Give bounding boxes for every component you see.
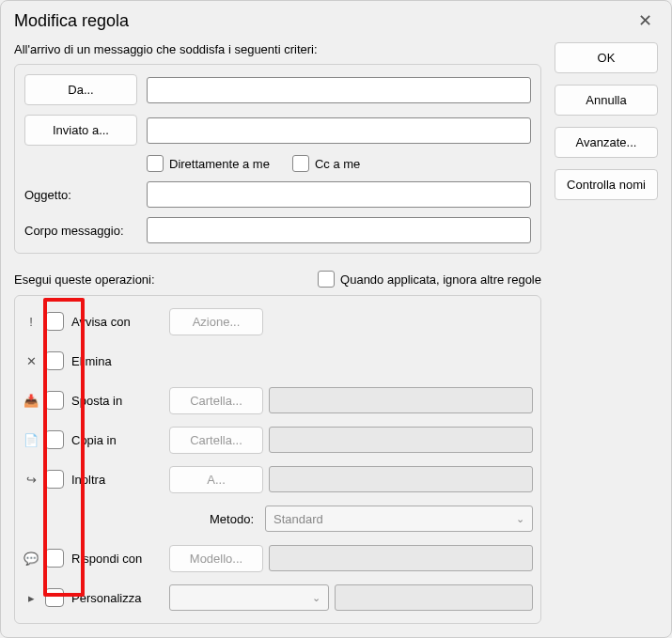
custom-field <box>335 584 533 611</box>
direct-to-me-label: Direttamente a me <box>169 157 270 171</box>
move-icon: 📥 <box>23 394 39 408</box>
move-folder-button[interactable]: Cartella... <box>169 387 263 414</box>
subject-label: Oggetto: <box>24 188 137 202</box>
ignore-other-rules-checkbox[interactable] <box>318 271 335 288</box>
ok-button[interactable]: OK <box>555 42 658 73</box>
move-checkbox[interactable] <box>45 391 64 410</box>
dialog-sidebar: OK Annulla Avanzate... Controlla nomi <box>555 37 658 624</box>
criteria-group: Da... Inviato a... Direttamente a me Cc … <box>14 64 541 254</box>
dialog-title: Modifica regola <box>14 11 129 31</box>
advanced-button[interactable]: Avanzate... <box>555 127 658 158</box>
reply-checkbox[interactable] <box>45 549 64 568</box>
operations-intro: Esegui queste operazioni: <box>14 272 155 287</box>
copy-folder-field <box>269 427 533 453</box>
forward-to-field <box>269 466 533 492</box>
criteria-intro: All'arrivo di un messaggio che soddisfa … <box>14 42 541 56</box>
method-label: Metodo: <box>169 512 259 526</box>
alert-icon: ! <box>23 315 39 329</box>
direct-to-me-checkbox[interactable] <box>147 155 164 172</box>
move-folder-field <box>269 387 533 413</box>
titlebar: Modifica regola ✕ <box>1 1 671 37</box>
reply-template-button[interactable]: Modello... <box>169 545 263 572</box>
custom-label: Personalizza <box>70 591 164 605</box>
sent-to-input[interactable] <box>147 117 531 144</box>
copy-folder-button[interactable]: Cartella... <box>169 427 263 454</box>
custom-select[interactable]: ⌄ <box>169 584 329 611</box>
method-value: Standard <box>273 512 323 526</box>
cancel-button[interactable]: Annulla <box>555 85 658 116</box>
cc-to-me-checkbox[interactable] <box>292 155 309 172</box>
forward-icon: ↪ <box>23 473 39 487</box>
alert-label: Avvisa con <box>70 315 164 329</box>
delete-checkbox[interactable] <box>45 351 64 370</box>
copy-checkbox[interactable] <box>45 430 64 449</box>
from-input[interactable] <box>147 77 531 103</box>
body-input[interactable] <box>147 217 531 243</box>
check-names-button[interactable]: Controlla nomi <box>555 169 658 200</box>
copy-icon: 📄 <box>23 433 39 447</box>
chevron-down-icon: ⌄ <box>516 513 524 525</box>
delete-icon: ✕ <box>23 354 39 368</box>
reply-icon: 💬 <box>23 552 39 566</box>
copy-label: Copia in <box>70 433 164 447</box>
chevron-down-icon: ⌄ <box>312 592 320 604</box>
sent-to-button[interactable]: Inviato a... <box>24 115 137 146</box>
custom-checkbox[interactable] <box>45 588 64 607</box>
forward-checkbox[interactable] <box>45 470 64 489</box>
custom-icon: ▸ <box>23 591 39 605</box>
reply-label: Rispondi con <box>70 552 164 566</box>
subject-input[interactable] <box>147 181 531 208</box>
alert-checkbox[interactable] <box>45 312 64 331</box>
forward-label: Inoltra <box>70 473 164 487</box>
delete-label: Elimina <box>70 354 164 368</box>
ignore-other-rules-label: Quando applicata, ignora altre regole <box>340 272 541 287</box>
cc-to-me-label: Cc a me <box>315 157 360 171</box>
from-button[interactable]: Da... <box>24 74 137 105</box>
operations-group: ! Avvisa con Azione... ✕ Elimina 📥 Spost… <box>14 295 541 624</box>
edit-rule-dialog: Modifica regola ✕ All'arrivo di un messa… <box>0 0 672 638</box>
move-label: Sposta in <box>70 394 164 408</box>
method-select[interactable]: Standard ⌄ <box>265 506 533 532</box>
close-icon[interactable]: ✕ <box>633 10 658 31</box>
forward-to-button[interactable]: A... <box>169 466 263 493</box>
body-label: Corpo messaggio: <box>24 224 137 238</box>
alert-action-button[interactable]: Azione... <box>169 308 263 335</box>
reply-template-field <box>269 545 533 571</box>
